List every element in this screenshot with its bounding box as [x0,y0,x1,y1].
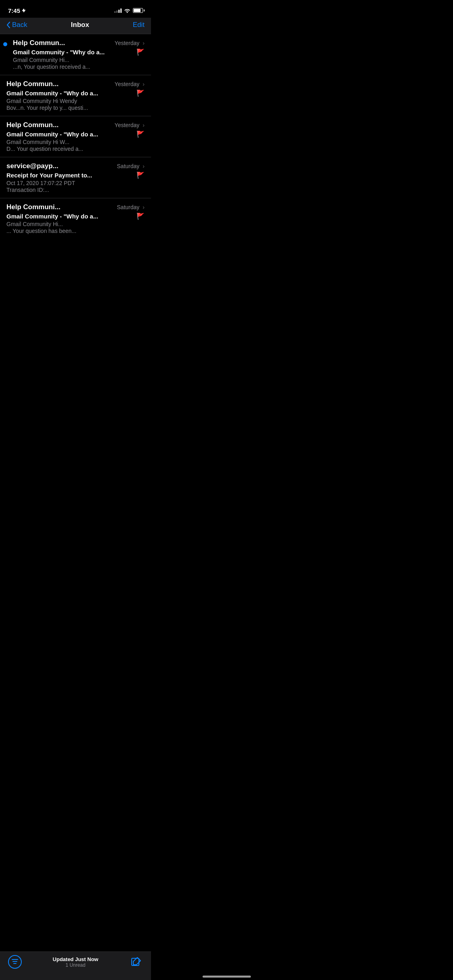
flag-icon: 🚩 [137,212,145,220]
email-preview-2: ...n, Your question received a... [6,64,145,70]
email-sender: Help Communi... [6,203,117,211]
email-list: Help Commun... Yesterday › Gmail Communi… [0,34,151,239]
chevron-icon: › [143,163,145,169]
flag-icon: 🚩 [137,89,145,97]
email-preview-1: Gmail Community Hi Wendy [6,98,145,104]
wifi-icon [124,8,130,13]
email-preview-1: Gmail Community Hi W... [6,139,145,145]
email-date: Yesterday › [115,81,145,87]
email-subject: Receipt for Your Payment to... 🚩 [6,171,145,179]
email-item-2[interactable]: Help Commun... Yesterday › Gmail Communi… [0,75,151,116]
email-sender: Help Commun... [6,39,115,47]
inbox-title: Inbox [71,21,89,29]
email-sender: Help Commun... [6,80,115,88]
chevron-icon: › [143,204,145,210]
email-date: Yesterday › [115,122,145,128]
email-item-3[interactable]: Help Commun... Yesterday › Gmail Communi… [0,116,151,157]
back-chevron-icon [6,22,10,28]
flag-icon: 🚩 [137,130,145,138]
email-preview-1: Gmail Community Hi... [6,221,145,227]
email-item-5[interactable]: Help Communi... Saturday › Gmail Communi… [0,198,151,239]
chevron-icon: › [143,122,145,128]
email-preview-1: Gmail Community Hi... [6,57,145,63]
email-date: Yesterday › [115,40,145,46]
flag-icon: 🚩 [137,171,145,179]
status-time: 7:45 [8,7,26,14]
email-preview-2: Transaction ID:... [6,187,145,193]
back-button[interactable]: Back [6,21,27,29]
chevron-icon: › [143,81,145,87]
status-bar: 7:45 [0,0,151,18]
email-preview-2: Bov...n. Your reply to y... questi... [6,105,145,111]
unread-indicator [3,42,7,46]
flag-icon: 🚩 [137,48,145,56]
email-item-4[interactable]: service@payp... Saturday › Receipt for Y… [0,157,151,198]
battery-icon [133,8,143,13]
email-subject: Gmail Community - "Why do a... 🚩 [6,212,145,220]
location-icon [22,8,26,12]
email-preview-1: Oct 17, 2020 17:07:22 PDT [6,180,145,186]
email-preview-2: D... Your question received a... [6,146,145,152]
email-sender: Help Commun... [6,121,115,129]
navigation-bar: Back Inbox Edit [0,18,151,34]
email-item-1[interactable]: Help Commun... Yesterday › Gmail Communi… [0,34,151,75]
email-subject: Gmail Community - "Why do a... 🚩 [6,89,145,97]
edit-button[interactable]: Edit [133,21,145,29]
status-icons [114,8,143,13]
email-date: Saturday › [117,204,145,210]
signal-icon [114,8,122,13]
email-date: Saturday › [117,163,145,169]
email-sender: service@payp... [6,162,117,170]
email-subject: Gmail Community - "Why do a... 🚩 [6,130,145,138]
email-preview-2: ... Your question has been... [6,228,145,234]
chevron-icon: › [143,40,145,46]
email-subject: Gmail Community - "Why do a... 🚩 [6,48,145,56]
